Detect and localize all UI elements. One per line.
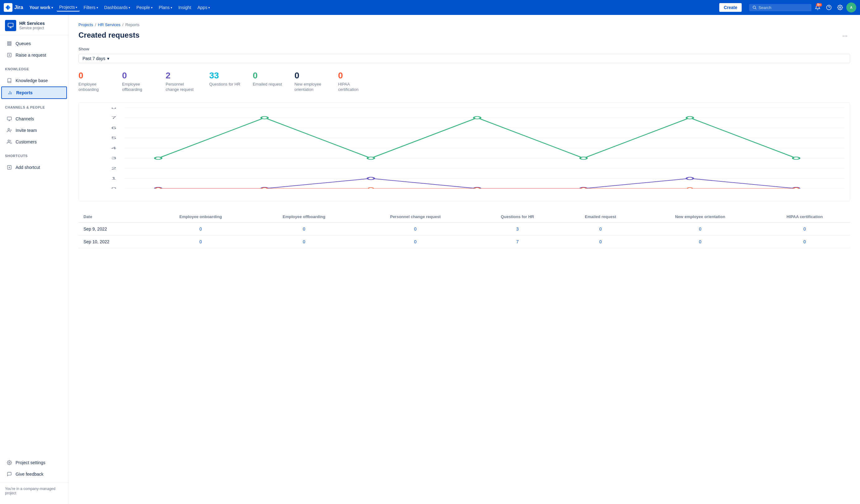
svg-text:4: 4 (111, 146, 116, 150)
show-label: Show (78, 47, 850, 51)
invite-team-label: Invite team (16, 128, 37, 133)
settings-button[interactable] (835, 2, 845, 12)
reports-label: Reports (16, 90, 33, 95)
nav-dashboards[interactable]: Dashboards ▾ (102, 4, 133, 11)
time-range-dropdown[interactable]: Past 7 days ▾ (78, 54, 850, 63)
customers-icon (6, 139, 12, 145)
page-header: Created requests ··· (78, 31, 850, 41)
reports-icon (7, 90, 13, 96)
row-val-1-0: 0 (149, 222, 252, 236)
nav-filters[interactable]: Filters ▾ (81, 4, 100, 11)
col-questions-hr: Questions for HR (475, 211, 560, 222)
nav-apps[interactable]: Apps ▾ (195, 4, 212, 11)
nav-filters-caret: ▾ (97, 6, 98, 9)
project-icon (5, 20, 16, 31)
metric-value-2: 2 (166, 71, 197, 80)
svg-rect-17 (7, 117, 11, 120)
chart-point (580, 157, 587, 159)
nav-apps-caret: ▾ (208, 6, 210, 9)
nav-plans[interactable]: Plans ▾ (156, 4, 175, 11)
metric-value-6: 0 (338, 71, 369, 80)
nav-insight[interactable]: Insight (176, 4, 194, 11)
search-placeholder: Search (759, 5, 771, 10)
row-val-2-4: 0 (560, 235, 641, 248)
sidebar-item-invite-team[interactable]: Invite team (1, 125, 67, 136)
chart-point (793, 157, 800, 159)
chart-point (687, 177, 693, 179)
more-options-button[interactable]: ··· (840, 31, 850, 41)
breadcrumb-reports: Reports (125, 23, 140, 27)
svg-point-0 (753, 6, 755, 9)
project-settings-label: Project settings (16, 460, 45, 465)
row-val-1-5: 0 (641, 222, 759, 236)
channels-label: Channels (16, 116, 34, 121)
breadcrumb: Projects / HR Services / Reports (78, 23, 850, 27)
add-shortcut-label: Add shortcut (16, 165, 40, 170)
metric-hipaa: 0 HIPAA certification (338, 71, 369, 92)
col-onboarding: Employee onboarding (149, 211, 252, 222)
give-feedback-label: Give feedback (16, 472, 44, 477)
row-val-2-3: 7 (475, 235, 560, 248)
dropdown-caret: ▾ (107, 56, 109, 61)
sidebar-item-channels[interactable]: Channels (1, 113, 67, 124)
row-date-1: Sep 9, 2022 (78, 222, 149, 236)
svg-text:0: 0 (111, 187, 116, 189)
svg-rect-8 (8, 42, 11, 43)
customers-label: Customers (16, 139, 37, 144)
svg-point-23 (8, 140, 9, 142)
search-box[interactable]: Search (749, 4, 812, 11)
sidebar-item-queues[interactable]: Queues (1, 38, 67, 49)
sidebar-item-raise-request[interactable]: Raise a request (1, 49, 67, 61)
page-layout: HR Services Service project Queues Raise… (0, 15, 860, 504)
row-val-2-0: 0 (149, 235, 252, 248)
sidebar-item-knowledge-base[interactable]: Knowledge base (1, 75, 67, 86)
metric-value-3: 33 (209, 71, 240, 80)
line-chart: 8 7 6 5 4 3 2 1 0 Sep 9 Sep 10 Sep 11 (91, 108, 845, 189)
table-row: Sep 9, 2022 0 0 0 3 0 0 0 (78, 222, 850, 236)
chart-point (794, 188, 799, 189)
metrics-row: 0 Employee onboarding 0 Employee offboar… (78, 71, 850, 92)
chart-point (262, 188, 267, 189)
nav-your-work[interactable]: Your work ▾ (27, 4, 55, 11)
nav-projects-caret: ▾ (76, 5, 77, 9)
metric-employee-offboarding: 0 Employee offboarding (122, 71, 153, 92)
nav-projects[interactable]: Projects ▾ (57, 3, 80, 12)
chart-point (687, 116, 693, 119)
chart-point (368, 188, 373, 189)
chart-point (261, 116, 268, 119)
row-val-2-1: 0 (252, 235, 356, 248)
nav-people[interactable]: People ▾ (134, 4, 155, 11)
app-name: Jira (14, 5, 23, 10)
svg-rect-9 (8, 43, 11, 44)
metric-emailed-request: 0 Emailed request (253, 71, 282, 92)
create-button[interactable]: Create (719, 3, 742, 12)
sidebar-item-customers[interactable]: Customers (1, 136, 67, 147)
svg-text:6: 6 (111, 126, 116, 130)
metric-value-1: 0 (122, 71, 153, 80)
chart-point (581, 188, 586, 189)
sidebar-footer: You're in a company-managed project (0, 483, 68, 499)
svg-text:5: 5 (111, 136, 116, 140)
svg-text:2: 2 (111, 166, 116, 170)
metric-label-2: Personnel change request (166, 82, 197, 92)
breadcrumb-projects[interactable]: Projects (78, 23, 93, 27)
sidebar-item-project-settings[interactable]: Project settings (1, 457, 67, 468)
chart-point (368, 157, 374, 159)
knowledge-section-label: KNOWLEDGE (0, 63, 68, 72)
knowledge-base-label: Knowledge base (16, 78, 48, 83)
svg-point-27 (9, 462, 10, 463)
svg-text:1: 1 (111, 176, 116, 180)
sidebar-main-nav: Queues Raise a request (0, 35, 68, 63)
sidebar-item-add-shortcut[interactable]: Add shortcut (1, 162, 67, 173)
metric-value-0: 0 (78, 71, 110, 80)
help-button[interactable] (824, 2, 834, 12)
notifications-button[interactable]: 9+ (813, 2, 823, 12)
app-logo[interactable]: Jira (4, 3, 23, 12)
project-info: HR Services Service project (19, 21, 45, 30)
project-name: HR Services (19, 21, 45, 26)
sidebar-item-reports[interactable]: Reports (1, 87, 67, 99)
svg-rect-5 (8, 23, 13, 27)
breadcrumb-hr-services[interactable]: HR Services (98, 23, 120, 27)
avatar-button[interactable]: A (846, 2, 856, 12)
sidebar-item-give-feedback[interactable]: Give feedback (1, 469, 67, 480)
